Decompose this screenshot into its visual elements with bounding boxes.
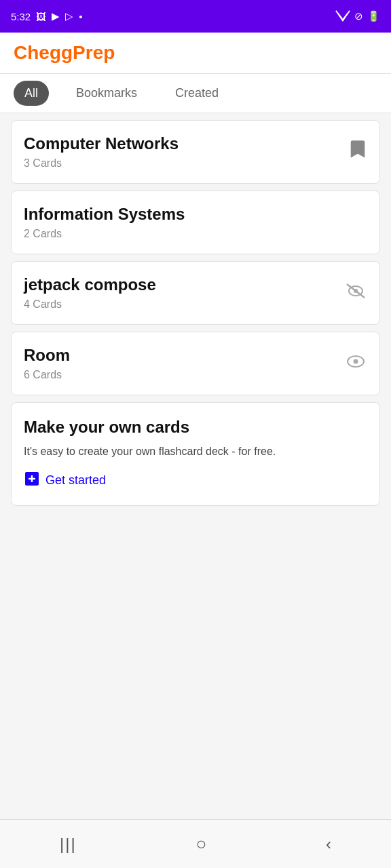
bottom-nav: ||| ○ ‹ <box>0 819 391 868</box>
promo-card[interactable]: Make your own cards It's easy to create … <box>11 402 380 506</box>
deck-item-room[interactable]: Room 6 Cards <box>11 332 380 395</box>
nav-back-button[interactable]: ‹ <box>305 828 352 861</box>
status-left: 5:32 🖼 ▶ ▷ • <box>11 10 82 22</box>
nav-home-button[interactable]: ○ <box>175 827 227 861</box>
deck-title: Information Systems <box>24 205 367 224</box>
status-bar: 5:32 🖼 ▶ ▷ • ⊘ 🔋 <box>0 0 391 33</box>
home-icon: ○ <box>196 833 206 854</box>
bookmark-icon <box>348 139 367 165</box>
tab-all[interactable]: All <box>14 81 49 106</box>
dnd-icon: ⊘ <box>354 10 363 22</box>
deck-title: Room <box>24 346 344 365</box>
tab-bookmarks[interactable]: Bookmarks <box>65 81 148 106</box>
status-vid-icon: ▷ <box>65 10 73 22</box>
tab-bar: All Bookmarks Created <box>0 74 391 113</box>
status-yt-icon: ▶ <box>52 10 60 22</box>
eye-icon <box>344 352 367 376</box>
promo-title: Make your own cards <box>24 418 367 437</box>
svg-point-0 <box>342 19 344 21</box>
deck-info: jetpack compose 4 Cards <box>24 275 344 311</box>
deck-info: Room 6 Cards <box>24 346 344 381</box>
wifi-icon <box>335 9 350 24</box>
deck-item-computer-networks[interactable]: Computer Networks 3 Cards <box>11 120 380 184</box>
add-box-icon <box>24 471 40 490</box>
deck-item-jetpack-compose[interactable]: jetpack compose 4 Cards <box>11 261 380 325</box>
menu-icon: ||| <box>60 835 77 854</box>
svg-point-5 <box>354 359 358 363</box>
deck-count: 6 Cards <box>24 369 344 381</box>
deck-count: 2 Cards <box>24 228 367 240</box>
status-right: ⊘ 🔋 <box>335 9 380 24</box>
status-time: 5:32 <box>11 11 31 22</box>
deck-item-information-systems[interactable]: Information Systems 2 Cards <box>11 191 380 254</box>
back-icon: ‹ <box>326 835 331 854</box>
battery-icon: 🔋 <box>367 10 380 22</box>
deck-count: 4 Cards <box>24 298 344 311</box>
deck-count: 3 Cards <box>24 157 348 170</box>
deck-title: jetpack compose <box>24 275 344 294</box>
status-photo-icon: 🖼 <box>36 11 46 22</box>
get-started-text: Get started <box>45 473 106 488</box>
app-title: CheggPrep <box>14 42 115 63</box>
deck-info: Information Systems 2 Cards <box>24 205 367 240</box>
tab-created[interactable]: Created <box>164 81 229 106</box>
promo-description: It's easy to create your own flashcard d… <box>24 443 367 460</box>
deck-title: Computer Networks <box>24 134 348 153</box>
deck-info: Computer Networks 3 Cards <box>24 134 348 170</box>
get-started-link[interactable]: Get started <box>24 471 367 490</box>
deck-list: Computer Networks 3 Cards Information Sy… <box>0 113 391 819</box>
status-dot-icon: • <box>79 11 82 22</box>
eye-off-icon <box>344 281 367 305</box>
app-header: CheggPrep <box>0 33 391 74</box>
nav-menu-button[interactable]: ||| <box>39 828 97 861</box>
